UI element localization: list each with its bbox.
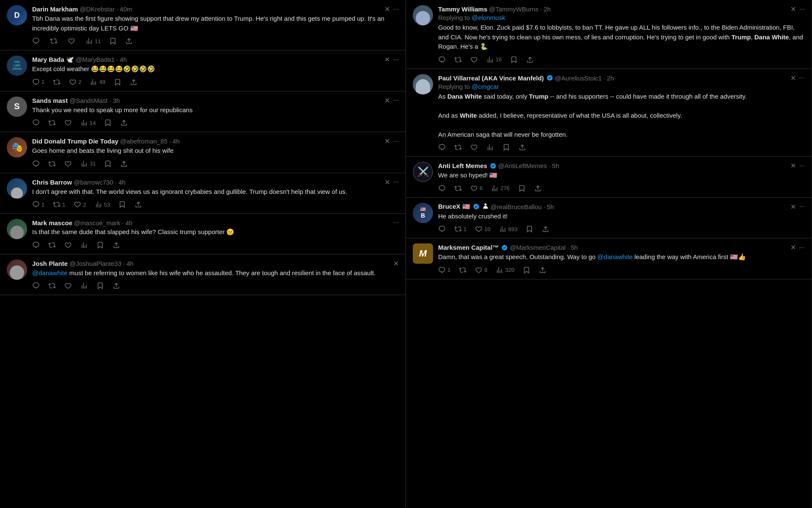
more-icon[interactable]: ···	[393, 97, 399, 104]
views-action[interactable]: 320	[496, 266, 514, 274]
x-mark-icon[interactable]: ✕	[790, 5, 796, 13]
like-action[interactable]: 2	[74, 201, 86, 208]
share-action[interactable]	[542, 225, 549, 233]
views-action[interactable]: 49	[90, 78, 105, 86]
share-action[interactable]	[534, 185, 542, 192]
retweet-action[interactable]	[53, 78, 60, 86]
more-icon[interactable]: ···	[799, 74, 805, 82]
like-action[interactable]: 8	[475, 266, 487, 274]
more-icon[interactable]: ···	[393, 178, 399, 186]
more-icon[interactable]: ···	[393, 138, 399, 145]
bookmark-action[interactable]	[518, 185, 526, 192]
share-action[interactable]	[125, 37, 133, 45]
bookmark-action[interactable]	[114, 78, 121, 86]
like-action[interactable]	[64, 282, 72, 290]
retweet-action[interactable]	[454, 144, 462, 151]
like-action[interactable]	[470, 56, 478, 64]
views-action[interactable]: 11	[85, 37, 101, 45]
x-mark-icon[interactable]: ✕	[384, 55, 390, 64]
retweet-action[interactable]	[454, 185, 462, 192]
reply-action[interactable]	[438, 144, 446, 151]
views-action[interactable]: 16	[486, 56, 502, 64]
bookmark-action[interactable]	[104, 160, 112, 168]
more-icon[interactable]: ···	[393, 219, 399, 226]
more-icon[interactable]: ···	[799, 6, 805, 13]
views-action[interactable]	[80, 241, 88, 249]
x-mark-icon[interactable]: ✕	[790, 203, 796, 211]
reply-action[interactable]: 1	[32, 201, 44, 208]
share-action[interactable]	[134, 201, 142, 208]
reply-action[interactable]	[438, 225, 446, 233]
x-mark-icon[interactable]: ✕	[384, 178, 390, 186]
views-action[interactable]	[80, 282, 88, 290]
bookmark-action[interactable]	[96, 282, 104, 290]
like-action[interactable]	[64, 119, 72, 127]
bookmark-action[interactable]	[502, 144, 510, 151]
bookmark-action[interactable]	[109, 37, 117, 45]
x-mark-icon[interactable]: ✕	[393, 260, 399, 268]
reply-action[interactable]	[438, 56, 446, 64]
reply-action[interactable]	[32, 37, 41, 45]
like-action[interactable]	[64, 160, 72, 168]
reply-action[interactable]: 1	[438, 266, 450, 274]
retweet-action[interactable]: 1	[53, 201, 65, 208]
x-mark-icon[interactable]: ✕	[790, 74, 796, 82]
like-action[interactable]: 6	[470, 185, 483, 192]
reply-action[interactable]	[32, 241, 40, 249]
share-action[interactable]	[120, 160, 128, 168]
bookmark-action[interactable]	[118, 201, 126, 208]
bookmark-action[interactable]	[523, 266, 530, 274]
reply-to-link[interactable]: @cmgcar	[472, 83, 499, 90]
views-action[interactable]: 276	[491, 185, 510, 192]
share-action[interactable]	[539, 266, 546, 274]
share-action[interactable]	[120, 119, 128, 127]
views-action[interactable]	[486, 144, 494, 151]
x-mark-icon[interactable]: ✕	[790, 243, 796, 251]
views-action[interactable]: 893	[499, 225, 518, 233]
views-action[interactable]: 53	[95, 201, 110, 208]
like-action[interactable]	[470, 144, 478, 151]
retweet-action[interactable]	[48, 241, 56, 249]
like-action[interactable]	[64, 241, 72, 249]
reply-action[interactable]	[32, 160, 40, 168]
bookmark-action[interactable]	[104, 119, 112, 127]
views-action[interactable]: 31	[80, 160, 96, 168]
views-action[interactable]: 14	[80, 119, 96, 127]
like-action[interactable]	[68, 37, 77, 45]
retweet-action[interactable]	[48, 282, 56, 290]
more-icon[interactable]: ···	[393, 56, 399, 64]
retweet-action[interactable]	[50, 37, 59, 45]
retweet-action[interactable]	[459, 266, 466, 274]
share-action[interactable]	[112, 282, 120, 290]
share-action[interactable]	[518, 144, 526, 151]
share-action[interactable]	[526, 56, 534, 64]
bookmark-action[interactable]	[510, 56, 518, 64]
x-mark-icon[interactable]: ✕	[384, 137, 390, 145]
share-action[interactable]	[130, 78, 137, 86]
x-mark-icon[interactable]: ✕	[790, 162, 796, 170]
x-mark-icon[interactable]: ✕	[384, 97, 390, 105]
retweet-action[interactable]	[454, 56, 462, 64]
retweet-action[interactable]	[48, 119, 56, 127]
more-icon[interactable]: ···	[799, 244, 805, 251]
retweet-action[interactable]	[48, 160, 56, 168]
like-action[interactable]: 2	[69, 78, 81, 86]
bookmark-action[interactable]	[526, 225, 533, 233]
reply-to-link[interactable]: @elonmusk	[472, 14, 505, 21]
more-icon[interactable]: ···	[799, 203, 805, 210]
more-icon[interactable]: ···	[799, 162, 805, 170]
share-action[interactable]	[112, 241, 120, 249]
reply-action[interactable]: 1	[32, 78, 44, 86]
more-icon[interactable]: ···	[393, 6, 399, 13]
handle: @AureliusStoic1	[555, 75, 602, 82]
reply-action[interactable]	[32, 119, 40, 127]
retweet-count: 1	[464, 226, 466, 232]
reply-action[interactable]	[32, 282, 40, 290]
reply-action[interactable]	[438, 185, 446, 192]
x-mark-icon[interactable]: ✕	[384, 5, 390, 13]
like-action[interactable]: 10	[475, 225, 490, 233]
mention-link[interactable]: @danawhite	[597, 253, 633, 260]
retweet-action[interactable]: 1	[454, 225, 466, 233]
mention-link[interactable]: @danawhite	[32, 269, 68, 276]
bookmark-action[interactable]	[96, 241, 104, 249]
